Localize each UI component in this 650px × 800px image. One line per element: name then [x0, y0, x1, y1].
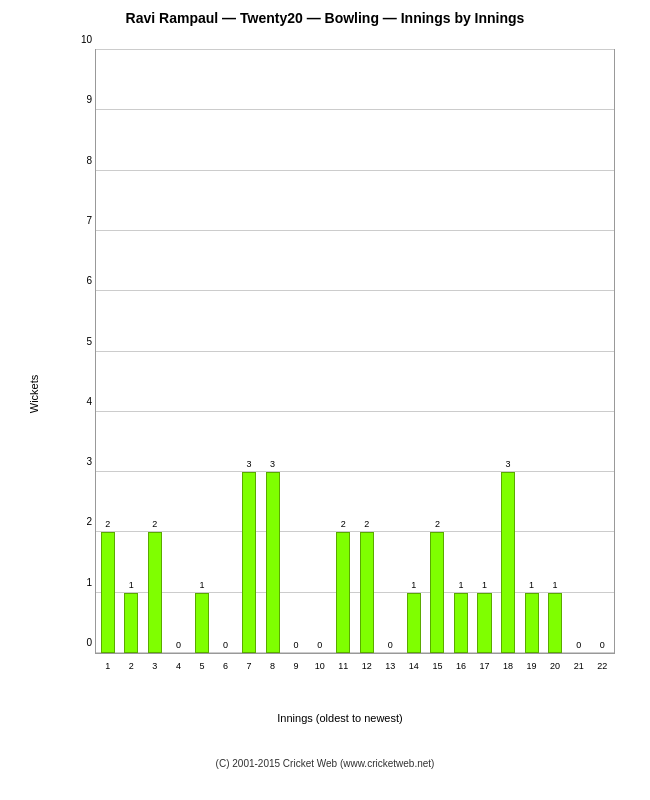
- bar: [548, 593, 562, 653]
- y-tick-label: 1: [86, 576, 96, 587]
- x-tick-label: 4: [176, 661, 181, 671]
- bar-value-label: 1: [525, 580, 539, 590]
- x-tick-label: 16: [456, 661, 466, 671]
- bar-value-label: 1: [124, 580, 138, 590]
- bar-value-label: 0: [171, 640, 185, 650]
- bar-value-label: 0: [572, 640, 586, 650]
- grid-line: [96, 230, 614, 231]
- x-tick-label: 10: [315, 661, 325, 671]
- y-tick-label: 3: [86, 456, 96, 467]
- bar: [454, 593, 468, 653]
- bar: [266, 472, 280, 653]
- bar: [477, 593, 491, 653]
- x-tick-label: 7: [247, 661, 252, 671]
- bar: [430, 532, 444, 653]
- x-tick-label: 20: [550, 661, 560, 671]
- bar-value-label: 2: [360, 519, 374, 529]
- y-tick-label: 10: [81, 34, 96, 45]
- grid-line: [96, 290, 614, 291]
- grid-line: [96, 351, 614, 352]
- bar-value-label: 1: [454, 580, 468, 590]
- bar-value-label: 1: [477, 580, 491, 590]
- bar-value-label: 1: [407, 580, 421, 590]
- footer: (C) 2001-2015 Cricket Web (www.cricketwe…: [10, 758, 640, 769]
- x-tick-label: 17: [479, 661, 489, 671]
- grid-line: [96, 49, 614, 50]
- bar: [124, 593, 138, 653]
- bar-value-label: 0: [218, 640, 232, 650]
- x-tick-label: 18: [503, 661, 513, 671]
- y-tick-label: 9: [86, 94, 96, 105]
- bar-value-label: 1: [195, 580, 209, 590]
- y-tick-label: 0: [86, 637, 96, 648]
- chart-area: 0123456789102112230415063738090102112120…: [95, 49, 615, 654]
- bar-value-label: 0: [595, 640, 609, 650]
- bar-value-label: 2: [336, 519, 350, 529]
- bar-value-label: 2: [101, 519, 115, 529]
- y-tick-label: 2: [86, 516, 96, 527]
- y-tick-label: 6: [86, 275, 96, 286]
- bar: [148, 532, 162, 653]
- y-tick-label: 4: [86, 395, 96, 406]
- x-tick-label: 1: [105, 661, 110, 671]
- bar-value-label: 0: [383, 640, 397, 650]
- grid-line: [96, 109, 614, 110]
- grid-line: [96, 411, 614, 412]
- x-tick-label: 2: [129, 661, 134, 671]
- x-tick-label: 3: [152, 661, 157, 671]
- chart-container: Ravi Rampaul — Twenty20 — Bowling — Inni…: [0, 0, 650, 800]
- x-tick-label: 5: [199, 661, 204, 671]
- bar-value-label: 3: [266, 459, 280, 469]
- bar: [336, 532, 350, 653]
- bar-value-label: 3: [242, 459, 256, 469]
- x-tick-label: 8: [270, 661, 275, 671]
- y-tick-label: 5: [86, 335, 96, 346]
- bar-value-label: 0: [313, 640, 327, 650]
- bar-value-label: 0: [289, 640, 303, 650]
- chart-title: Ravi Rampaul — Twenty20 — Bowling — Inni…: [10, 10, 640, 26]
- bar-value-label: 2: [430, 519, 444, 529]
- grid-line: [96, 170, 614, 171]
- bar: [407, 593, 421, 653]
- y-axis-label: Wickets: [28, 375, 40, 414]
- x-tick-label: 12: [362, 661, 372, 671]
- bar-value-label: 1: [548, 580, 562, 590]
- bar-value-label: 2: [148, 519, 162, 529]
- x-tick-label: 13: [385, 661, 395, 671]
- x-axis-label: Innings (oldest to newest): [50, 712, 630, 724]
- bar: [101, 532, 115, 653]
- x-tick-label: 11: [338, 661, 348, 671]
- x-tick-label: 15: [432, 661, 442, 671]
- grid-line: [96, 471, 614, 472]
- x-tick-label: 21: [574, 661, 584, 671]
- bar: [195, 593, 209, 653]
- bar-value-label: 3: [501, 459, 515, 469]
- y-tick-label: 8: [86, 154, 96, 165]
- x-tick-label: 9: [294, 661, 299, 671]
- x-tick-label: 22: [597, 661, 607, 671]
- y-tick-label: 7: [86, 214, 96, 225]
- bar: [242, 472, 256, 653]
- bar: [525, 593, 539, 653]
- x-tick-label: 6: [223, 661, 228, 671]
- x-tick-label: 19: [527, 661, 537, 671]
- bar: [360, 532, 374, 653]
- bar: [501, 472, 515, 653]
- grid-line: [96, 531, 614, 532]
- x-tick-label: 14: [409, 661, 419, 671]
